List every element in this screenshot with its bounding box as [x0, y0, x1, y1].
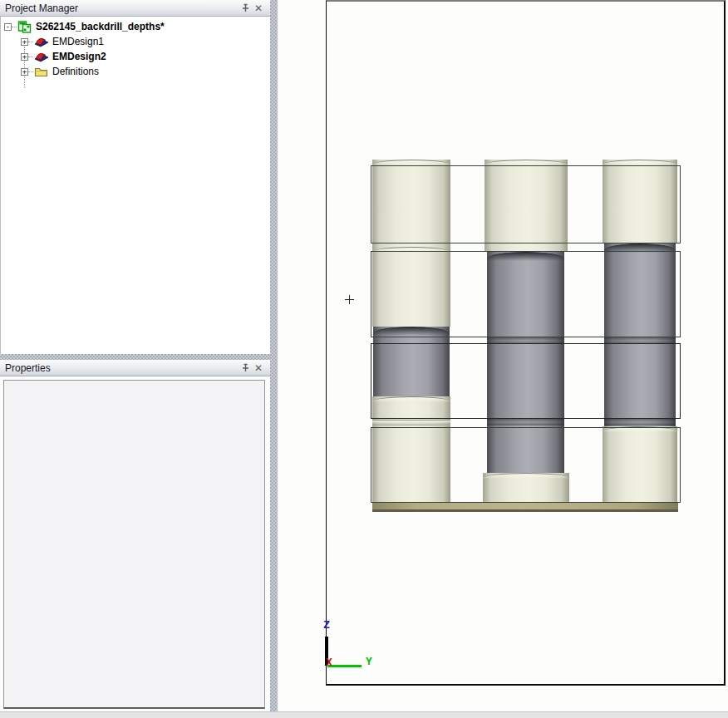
tree-connector — [28, 42, 33, 42]
expand-box-icon[interactable]: + — [21, 53, 28, 61]
emdesign-icon — [34, 36, 48, 47]
tree-item-label[interactable]: Definitions — [51, 66, 101, 77]
pin-icon[interactable] — [239, 2, 252, 14]
project-manager-titlebar[interactable]: Project Manager ✕ — [0, 0, 270, 17]
tree-connector — [28, 57, 33, 57]
tree-connector — [28, 71, 33, 72]
pin-icon[interactable] — [239, 361, 252, 374]
emdesign-icon — [34, 51, 48, 62]
tree-item-emdesign2[interactable]: +EMDesign2 — [21, 50, 108, 63]
folder-icon — [34, 66, 48, 77]
dock-gap — [0, 354, 270, 360]
modeler-viewport[interactable] — [326, 0, 726, 686]
expand-box-icon[interactable]: + — [21, 38, 28, 46]
project-manager-title: Project Manager — [5, 2, 239, 14]
tree-connector — [12, 27, 17, 27]
expand-box-icon[interactable]: + — [21, 68, 28, 76]
tree-item-label[interactable]: EMDesign1 — [51, 36, 106, 47]
tree-item-s262145-backdrill-depths-[interactable]: -S262145_backdrill_depths* — [4, 20, 166, 33]
project-tree[interactable]: -S262145_backdrill_depths*+EMDesign1+EMD… — [0, 17, 270, 354]
close-icon[interactable]: ✕ — [252, 2, 265, 14]
properties-title: Properties — [5, 362, 239, 374]
tree-item-emdesign1[interactable]: +EMDesign1 — [21, 35, 106, 48]
properties-content-empty — [3, 380, 265, 709]
collapse-box-icon[interactable]: - — [4, 23, 12, 31]
tree-item-label[interactable]: EMDesign2 — [51, 51, 108, 62]
dock-splitter-strip[interactable] — [270, 0, 278, 711]
project-icon — [17, 21, 32, 32]
status-strip — [0, 711, 728, 718]
tree-item-definitions[interactable]: +Definitions — [21, 65, 101, 78]
tree-item-label[interactable]: S262145_backdrill_depths* — [34, 21, 166, 32]
properties-titlebar[interactable]: Properties ✕ — [0, 360, 270, 376]
close-icon[interactable]: ✕ — [252, 361, 265, 374]
